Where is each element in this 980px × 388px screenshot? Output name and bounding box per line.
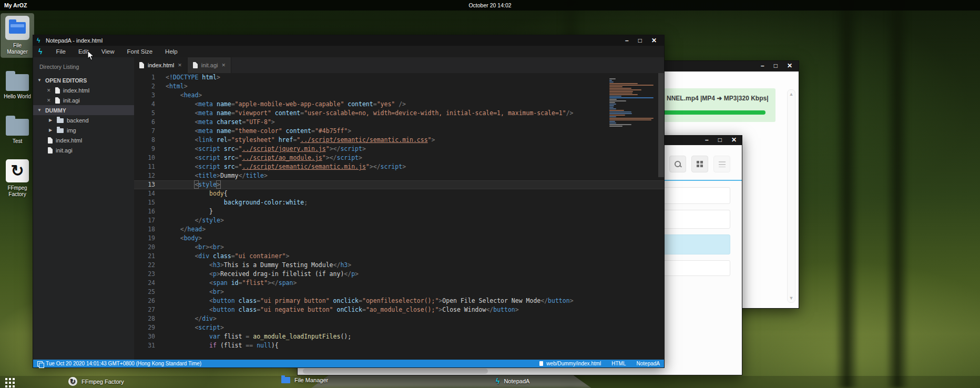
desktop-icon-label: FFmpeg Factory <box>2 185 33 198</box>
code-line-24: 24 <span id="flist"></span> <box>134 279 664 288</box>
code-text: </div> <box>166 314 217 323</box>
minimize-icon[interactable]: – <box>625 37 629 44</box>
file-icon <box>193 62 198 68</box>
minimap-line <box>609 110 624 111</box>
minimap-line <box>609 81 614 83</box>
minimap-line <box>609 122 616 124</box>
desktop-icon-label: File Manager <box>2 43 33 55</box>
line-number: 6 <box>134 118 166 127</box>
maximize-icon[interactable]: □ <box>718 136 722 144</box>
code-editor[interactable]: 1<!DOCTYPE html>2<html>3 <head>4 <meta n… <box>134 73 664 360</box>
desktop-screen: My ArOZ October 20 14:02 File ManagerHel… <box>0 0 980 388</box>
desktop-icon-test[interactable]: Test <box>1 113 34 147</box>
code-text: <meta name="viewport" content="user-scal… <box>166 109 574 118</box>
code-lines: 1<!DOCTYPE html>2<html>3 <head>4 <meta n… <box>134 73 664 350</box>
minimap-line <box>609 108 616 109</box>
editor-scrollbar[interactable] <box>658 73 664 177</box>
taskbar-item-notepada[interactable]: ϟNotepadA <box>496 377 529 385</box>
minimap-line <box>609 88 631 89</box>
close-tab-icon[interactable]: ✕ <box>178 63 182 68</box>
menu-file[interactable]: File <box>49 46 72 57</box>
notepad-titlebar[interactable]: ϟ NotepadA - index.html – □ ✕ <box>33 35 664 46</box>
taskbar-item-ffmpeg-factory[interactable]: ↻FFmpeg Factory <box>68 377 124 386</box>
minimap-line <box>609 124 631 125</box>
line-number: 26 <box>134 297 166 305</box>
tree-item-index-html[interactable]: ✕index.html <box>33 85 134 95</box>
ffmpeg-recycle-icon: ↻ <box>6 159 29 182</box>
desktop-icon-file-manager[interactable]: File Manager <box>1 14 34 57</box>
folder-icon <box>6 74 29 91</box>
search-button[interactable] <box>669 156 686 172</box>
statusbar-language[interactable]: HTML <box>611 361 626 366</box>
window-notepada[interactable]: ϟ NotepadA - index.html – □ ✕ ϟ FileEdit… <box>33 35 665 368</box>
scroll-down-icon[interactable]: ▼ <box>789 295 794 301</box>
minimap[interactable] <box>609 78 656 127</box>
minimap-line <box>609 121 615 122</box>
scroll-up-icon[interactable]: ▲ <box>789 91 794 97</box>
tree-item-index-html[interactable]: index.html <box>33 135 134 145</box>
tree-item-label: index.html <box>63 87 89 94</box>
tree-section-open-editors[interactable]: ▼OPEN EDITORS <box>33 75 134 85</box>
minimap-line <box>609 116 616 117</box>
minimize-icon[interactable]: – <box>705 136 709 144</box>
code-text: <meta name="apple-mobile-web-app-capable… <box>166 100 406 109</box>
close-item-icon[interactable]: ✕ <box>47 98 52 103</box>
close-item-icon[interactable]: ✕ <box>47 88 52 93</box>
window-title: NotepadA - index.html <box>46 37 103 44</box>
minimap-line <box>609 78 616 79</box>
desktop-icon-ffmpeg-factory[interactable]: ↻FFmpeg Factory <box>1 157 34 200</box>
statusbar-appname: NotepadA <box>637 361 660 366</box>
code-line-3: 3 <head> <box>134 91 664 100</box>
list-view-button[interactable] <box>713 156 730 172</box>
desktop-icon-hello-world[interactable]: Hello World <box>1 68 34 102</box>
desktop-icon-label: Hello World <box>4 94 31 100</box>
code-text: <script> <box>166 323 224 332</box>
minimize-icon[interactable]: – <box>761 62 764 69</box>
minimap-line <box>609 100 626 101</box>
code-text: <div class="ui container"> <box>166 252 289 261</box>
tab-index-html[interactable]: index.html✕ <box>134 57 188 73</box>
minimap-line <box>609 113 632 114</box>
maximize-icon[interactable]: □ <box>638 37 642 44</box>
file-icon <box>539 361 543 366</box>
close-icon[interactable]: ✕ <box>731 136 737 144</box>
tree-item-img[interactable]: ▶img <box>33 125 134 135</box>
minimap-line <box>609 97 654 98</box>
ffmpeg-scrollbar[interactable]: ▲ ▼ <box>787 89 795 303</box>
close-icon[interactable]: ✕ <box>787 62 792 69</box>
file-icon <box>48 137 53 144</box>
maximize-icon[interactable]: □ <box>774 62 778 69</box>
close-icon[interactable]: ✕ <box>651 37 657 44</box>
code-text: background-color:white; <box>166 198 308 207</box>
file-icon <box>48 147 53 154</box>
grid-view-button[interactable] <box>691 156 708 172</box>
conversion-task-label: NNEL.mp4 |MP4 ➜ MP3|320 Kbps| <box>667 95 769 102</box>
minimap-line <box>609 111 631 113</box>
app-launcher-icon[interactable] <box>5 378 7 380</box>
directory-tree: ▼OPEN EDITORS✕index.html✕init.agi▼DUMMY▶… <box>33 75 134 155</box>
line-number: 5 <box>134 109 166 118</box>
tree-item-backend[interactable]: ▶backend <box>33 115 134 125</box>
close-tab-icon[interactable]: ✕ <box>221 63 226 68</box>
menu-font-size[interactable]: Font Size <box>121 46 159 57</box>
tree-section-dummy[interactable]: ▼DUMMY <box>33 105 134 115</box>
horizontal-scrollbar[interactable] <box>303 369 488 374</box>
notepad-menubar: ϟ FileEditViewFont SizeHelp <box>33 46 664 57</box>
taskbar-item-file-manager[interactable]: File Manager <box>281 377 328 383</box>
taskbar-item-label: NotepadA <box>504 378 529 384</box>
menu-view[interactable]: View <box>95 46 121 57</box>
tab-label: index.html <box>148 62 174 68</box>
tree-item-label: init.agi <box>63 97 80 104</box>
statusbar-filepath[interactable]: web/Dummy/index.html <box>546 361 601 366</box>
minimap-line <box>609 80 612 81</box>
minimap-line <box>609 118 654 119</box>
code-line-7: 7 <meta name="theme-color" content="#4b7… <box>134 127 664 136</box>
statusbar-datetime: Tue Oct 20 2020 14:01:43 GMT+0800 (Hong … <box>46 361 201 366</box>
tree-item-init-agi[interactable]: ✕init.agi <box>33 95 134 105</box>
line-number: 22 <box>134 261 166 270</box>
tree-item-init-agi[interactable]: init.agi <box>33 145 134 155</box>
tab-init-agi[interactable]: init.agi✕ <box>188 57 231 73</box>
tree-trunk <box>835 0 859 388</box>
code-text: <br> <box>166 288 224 297</box>
menu-help[interactable]: Help <box>159 46 184 57</box>
